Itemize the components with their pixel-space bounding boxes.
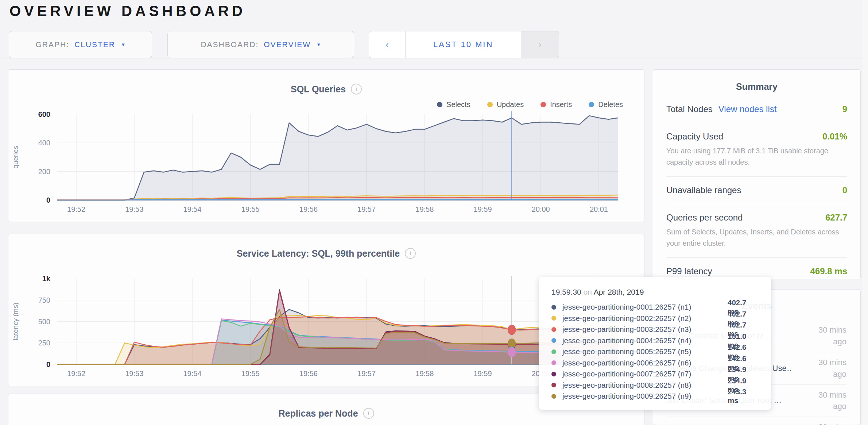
svg-text:19:53: 19:53: [125, 205, 143, 213]
graph-dropdown-label: GRAPH:: [35, 40, 69, 49]
event-row: Table Created: User root cr… 30 mins ago: [667, 417, 846, 425]
page-title: OVERVIEW DASHBOARD: [9, 3, 246, 19]
time-range-prev-button[interactable]: ‹: [369, 31, 406, 58]
node-dot-icon: [551, 383, 556, 387]
svg-text:400: 400: [38, 139, 50, 147]
node-latency-value: 243.3 ms: [728, 387, 759, 405]
node-dot-icon: [551, 349, 556, 354]
node-dot-icon: [551, 327, 556, 332]
node-dot-icon: [551, 372, 556, 376]
chevron-down-icon: ▾: [317, 41, 321, 48]
node-name: jesse-geo-partitioning-0004:26257 (n4): [562, 336, 728, 345]
node-dot-icon: [551, 360, 556, 365]
header-divider: [0, 58, 868, 58]
capacity-used-value: 0.01%: [822, 131, 847, 142]
node-name: jesse-geo-partitioning-0002:26257 (n2): [562, 314, 728, 323]
svg-text:20:01: 20:01: [590, 205, 608, 213]
event-timestamp: 30 mins ago: [806, 389, 846, 413]
svg-text:200: 200: [38, 168, 50, 176]
unavailable-ranges-label: Unavailable ranges: [666, 185, 741, 195]
tooltip-on-text: on: [584, 288, 592, 296]
capacity-used-label: Capacity Used: [666, 131, 723, 142]
latency-hover-tooltip: 19:59:30 on Apr 28th, 2019 jesse-geo-par…: [539, 277, 771, 410]
svg-text:19:53: 19:53: [125, 370, 143, 378]
chevron-right-icon: ›: [538, 39, 542, 50]
svg-text:19:54: 19:54: [183, 370, 201, 378]
tooltip-date: Apr 28th, 2019: [594, 288, 644, 296]
dashboard-dropdown-value: OVERVIEW: [264, 40, 311, 49]
svg-text:0: 0: [46, 360, 50, 368]
queries-per-second-label: Queries per second: [666, 212, 743, 223]
svg-text:1k: 1k: [42, 275, 51, 283]
svg-text:20:00: 20:00: [532, 205, 550, 213]
svg-text:19:54: 19:54: [183, 205, 201, 213]
svg-text:19:55: 19:55: [241, 205, 260, 213]
p99-latency-value: 469.8 ms: [810, 266, 847, 276]
view-nodes-list-link[interactable]: View nodes list: [718, 104, 777, 114]
chevron-left-icon: ‹: [385, 39, 389, 50]
svg-text:19:52: 19:52: [67, 205, 85, 213]
summary-row-total-nodes: Total Nodes View nodes list 9: [666, 96, 847, 123]
svg-text:19:59: 19:59: [473, 205, 492, 213]
event-timestamp: 30 mins ago: [806, 421, 846, 425]
svg-text:19:57: 19:57: [357, 370, 376, 378]
capacity-used-description: You are using 177.7 MiB of 3.1 TiB usabl…: [666, 145, 847, 168]
summary-panel: Summary Total Nodes View nodes list 9 Ca…: [653, 69, 861, 279]
node-dot-icon: [551, 394, 556, 399]
info-icon[interactable]: i: [351, 84, 362, 95]
sql-queries-chart[interactable]: 19:5219:5319:5419:5519:5619:5719:5819:59…: [8, 106, 644, 220]
summary-row-capacity: Capacity Used 0.01% You are using 177.7 …: [666, 123, 847, 177]
summary-row-unavailable-ranges: Unavailable ranges 0: [666, 177, 847, 204]
svg-text:0: 0: [46, 196, 50, 204]
graph-dropdown[interactable]: GRAPH: CLUSTER ▾: [9, 31, 152, 58]
sql-queries-title: SQL Queries: [291, 84, 346, 95]
svg-text:19:56: 19:56: [299, 370, 318, 378]
node-dot-icon: [551, 305, 556, 310]
svg-text:750: 750: [38, 296, 50, 304]
service-latency-title: Service Latency: SQL, 99th percentile: [237, 248, 400, 259]
svg-text:19:57: 19:57: [357, 205, 376, 213]
total-nodes-value: 9: [842, 104, 847, 114]
total-nodes-label: Total Nodes: [666, 104, 713, 114]
svg-text:19:58: 19:58: [415, 370, 434, 378]
event-timestamp: 30 mins ago: [806, 324, 846, 348]
svg-text:queries: queries: [12, 146, 19, 168]
time-range-next-button[interactable]: ›: [521, 31, 559, 58]
svg-text:19:52: 19:52: [67, 370, 85, 378]
queries-per-second-description: Sum of Selects, Updates, Inserts, and De…: [666, 226, 847, 249]
info-icon[interactable]: i: [363, 408, 374, 419]
event-timestamp: 30 mins ago: [806, 357, 846, 380]
time-range-selector: ‹ LAST 10 MIN ›: [369, 31, 559, 58]
svg-text:600: 600: [38, 110, 50, 118]
p99-latency-label: P99 latency: [666, 266, 712, 276]
sql-queries-panel: SQL Queries i Selects Updates Inserts De…: [8, 69, 644, 222]
dashboard-dropdown[interactable]: DASHBOARD: OVERVIEW ▾: [167, 31, 354, 58]
svg-text:19:56: 19:56: [299, 205, 318, 213]
node-name: jesse-geo-partitioning-0006:26257 (n6): [562, 359, 728, 367]
svg-text:19:55: 19:55: [241, 370, 260, 378]
svg-text:500: 500: [38, 318, 50, 326]
scrollbar[interactable]: [863, 0, 868, 425]
graph-dropdown-value: CLUSTER: [74, 40, 115, 49]
svg-text:250: 250: [38, 339, 50, 347]
time-range-value[interactable]: LAST 10 MIN: [406, 31, 521, 58]
info-icon[interactable]: i: [405, 248, 416, 259]
dashboard-dropdown-label: DASHBOARD:: [201, 40, 259, 49]
node-name: jesse-geo-partitioning-0008:26257 (n8): [562, 381, 728, 390]
unavailable-ranges-value: 0: [842, 185, 847, 195]
svg-text:latency (ms): latency (ms): [12, 303, 19, 340]
node-name: jesse-geo-partitioning-0009:26257 (n9): [562, 392, 728, 401]
queries-per-second-value: 627.7: [825, 212, 847, 223]
tooltip-time: 19:59:30: [551, 288, 581, 296]
replicas-per-node-title: Replicas per Node: [278, 408, 358, 419]
node-dot-icon: [551, 316, 556, 321]
node-name: jesse-geo-partitioning-0005:26257 (n5): [562, 347, 728, 356]
tooltip-timestamp: 19:59:30 on Apr 28th, 2019: [551, 288, 759, 296]
node-name: jesse-geo-partitioning-0003:26257 (n3): [562, 325, 728, 334]
node-name: jesse-geo-partitioning-0001:26257 (n1): [562, 303, 728, 311]
summary-title: Summary: [653, 70, 860, 92]
chevron-down-icon: ▾: [122, 41, 125, 48]
svg-text:19:59: 19:59: [473, 370, 492, 378]
node-dot-icon: [551, 338, 556, 343]
summary-row-qps: Queries per second 627.7 Sum of Selects,…: [666, 204, 847, 258]
